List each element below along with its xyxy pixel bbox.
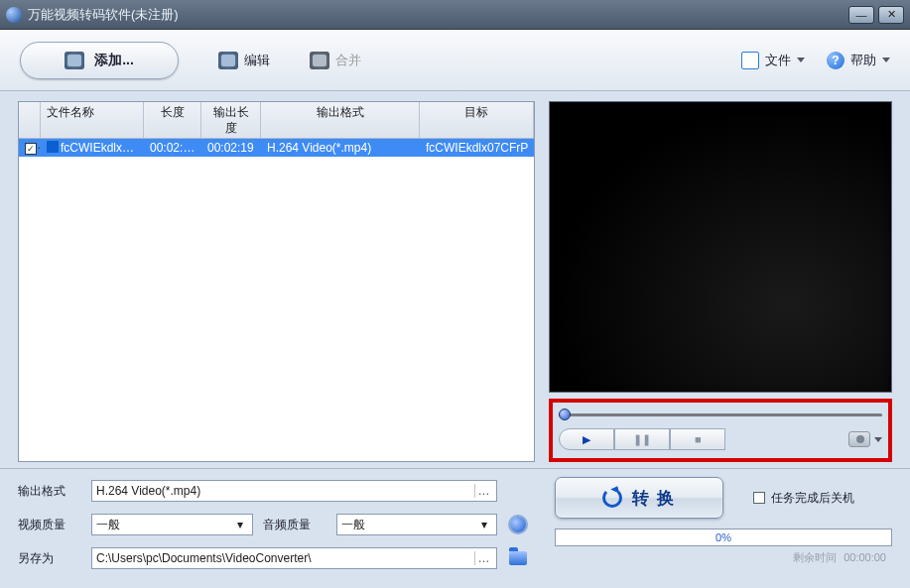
add-button[interactable]: 添加... [20,42,179,79]
audio-quality-combo[interactable]: 一般 ▾ [336,514,498,535]
bottom-panel: 输出格式 H.264 Video(*.mp4) … 视频质量 一般 ▾ 音频质量… [0,468,910,584]
playback-controls: ▶ ❚❚ ■ [559,428,882,450]
help-icon: ? [827,52,845,69]
shutdown-checkbox-wrap: 任务完成后关机 [753,490,854,507]
save-browse-button[interactable]: … [474,551,492,565]
col-out-format[interactable]: 输出格式 [261,102,420,138]
shutdown-label: 任务完成后关机 [771,490,854,507]
toolbar: 添加... 编辑 合并 文件 ? 帮助 [0,30,910,91]
cell-target: fcCWIEkdlx07CFrP [420,139,534,157]
format-value: H.264 Video(*.mp4) [96,484,200,498]
cell-out-duration: 00:02:19 [201,139,261,157]
title-bar: 万能视频转码软件(未注册) — ✕ [0,0,910,30]
audio-quality-label: 音频质量 [263,517,326,533]
gear-icon [510,517,526,532]
row-checkbox[interactable]: ✓ [25,143,37,155]
table-row[interactable]: ✓ fcCWIEkdlx07CF 00:02:19 00:02:19 H.264… [19,139,534,157]
shutdown-checkbox[interactable] [753,492,765,504]
app-icon [6,7,22,23]
remaining-time: 剩余时间 00:00:00 [555,550,892,565]
col-out-duration[interactable]: 输出长度 [201,102,261,138]
file-menu-label: 文件 [765,52,791,69]
edit-button[interactable]: 编辑 [218,52,270,69]
file-list: 文件名称 长度 输出长度 输出格式 目标 ✓ fcCWIEkdlx07CF 00… [18,101,535,462]
format-browse-button[interactable]: … [474,484,492,498]
folder-icon [509,551,527,565]
chevron-down-icon[interactable]: ▾ [476,518,492,531]
progress-text: 0% [556,529,891,545]
video-quality-label: 视频质量 [18,517,81,533]
snapshot-button[interactable] [848,431,882,447]
chevron-down-icon [882,58,890,62]
help-menu-label: 帮助 [850,52,876,69]
open-folder-button[interactable] [507,547,529,569]
seek-thumb[interactable] [559,409,571,420]
convert-button[interactable]: 转 换 [555,477,723,519]
video-quality-combo[interactable]: 一般 ▾ [91,514,253,535]
format-label: 输出格式 [18,483,81,500]
video-quality-value: 一般 [96,517,120,533]
help-menu[interactable]: ? 帮助 [827,52,890,69]
convert-button-label: 转 换 [632,487,677,510]
cell-duration: 00:02:19 [144,139,201,157]
col-duration[interactable]: 长度 [144,102,201,138]
save-as-label: 另存为 [18,550,81,567]
cell-filename: fcCWIEkdlx07CF [61,141,144,155]
settings-button[interactable] [507,514,529,535]
file-menu[interactable]: 文件 [741,52,805,69]
chevron-down-icon [874,437,882,442]
camera-icon [848,431,870,447]
playback-area-highlight: ▶ ❚❚ ■ [549,399,892,462]
close-button[interactable]: ✕ [878,6,904,24]
add-button-label: 添加... [94,52,134,69]
play-button[interactable]: ▶ [559,428,614,450]
add-file-icon [65,52,84,69]
remain-label: 剩余时间 [793,551,837,563]
audio-quality-value: 一般 [341,517,365,533]
remain-value: 00:00:00 [844,551,886,563]
video-file-icon [47,141,59,153]
stop-button[interactable]: ■ [670,428,725,450]
convert-panel: 转 换 任务完成后关机 0% 剩余时间 00:00:00 [555,477,892,572]
merge-label: 合并 [335,52,361,69]
chevron-down-icon[interactable]: ▾ [232,518,248,531]
col-checkbox [19,102,41,138]
edit-icon [218,52,238,69]
file-icon [741,52,759,69]
list-header: 文件名称 长度 输出长度 输出格式 目标 [19,102,534,139]
output-options: 输出格式 H.264 Video(*.mp4) … 视频质量 一般 ▾ 音频质量… [18,477,535,572]
window-title: 万能视频转码软件(未注册) [28,6,848,24]
save-path-value: C:\Users\pc\Documents\VideoConverter\ [96,551,312,565]
merge-icon [310,52,329,69]
pause-button[interactable]: ❚❚ [614,428,670,450]
col-filename[interactable]: 文件名称 [41,102,144,138]
merge-button[interactable]: 合并 [310,52,361,69]
save-path-field[interactable]: C:\Users\pc\Documents\VideoConverter\ … [91,547,497,569]
cell-out-format: H.264 Video(*.mp4) [261,139,420,157]
edit-label: 编辑 [244,52,270,69]
video-preview[interactable] [549,101,892,393]
format-combo[interactable]: H.264 Video(*.mp4) … [91,480,497,502]
progress-bar: 0% [555,529,892,546]
preview-pane: ▶ ❚❚ ■ [549,101,892,462]
minimize-button[interactable]: — [848,6,874,24]
chevron-down-icon [797,58,805,62]
convert-icon [602,488,622,508]
seek-slider[interactable] [559,409,882,420]
col-target[interactable]: 目标 [420,102,534,138]
